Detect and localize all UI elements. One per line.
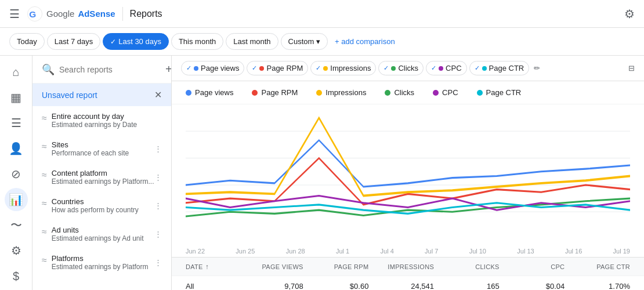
- pagerpm-dot: [259, 66, 264, 71]
- filter-last30[interactable]: ✓ Last 30 days: [103, 33, 169, 50]
- report-type-icon: ≈: [42, 255, 47, 266]
- settings-icon[interactable]: ⚙: [624, 7, 635, 21]
- page-title: Reports: [130, 9, 162, 19]
- nav-reports-icon[interactable]: 📊: [5, 188, 28, 211]
- metric-chip-pagectr[interactable]: ✓ Page CTR: [469, 61, 530, 75]
- filter-last-month[interactable]: Last month: [226, 33, 278, 50]
- list-item[interactable]: ≈ Ad units Estimated earnings by Ad unit…: [32, 220, 171, 248]
- col-clicks: Clicks: [434, 263, 500, 270]
- filter-chart-icon[interactable]: ⊟: [628, 64, 635, 72]
- report-desc: Estimated earnings by Date: [52, 121, 137, 129]
- hamburger-icon[interactable]: ☰: [9, 7, 20, 21]
- cell-clicks-all: 165: [434, 282, 500, 290]
- legend-impressions: Impressions: [316, 88, 366, 97]
- line-chart: [186, 104, 630, 248]
- nav-overview-icon[interactable]: ▦: [5, 86, 28, 109]
- report-type-icon: ≈: [42, 142, 47, 152]
- list-item[interactable]: ≈ Sites Performance of each site ⋮: [32, 135, 171, 163]
- x-label: Jul 16: [565, 248, 582, 255]
- col-pagectr: Page CTR: [565, 263, 630, 270]
- legend-dot-clicks: [385, 90, 390, 96]
- metric-chip-cpc[interactable]: ✓ CPC: [426, 61, 466, 75]
- report-name: Ad units: [52, 226, 144, 234]
- cpc-dot: [439, 66, 443, 71]
- nav-optimize-icon[interactable]: ⚙: [5, 239, 28, 262]
- x-label: Jul 13: [517, 248, 534, 255]
- impressions-dot: [323, 66, 328, 71]
- more-options-icon[interactable]: ⋮: [154, 201, 162, 210]
- legend-dot-pagerpm: [252, 90, 258, 96]
- report-desc: Estimated earnings by Platform: [52, 263, 149, 271]
- nav-block-icon[interactable]: ⊘: [5, 162, 28, 186]
- filter-today[interactable]: Today: [9, 33, 45, 50]
- list-item[interactable]: ≈ Countries How ads perform by country ⋮: [32, 191, 171, 220]
- list-item[interactable]: ≈ Platforms Estimated earnings by Platfo…: [32, 248, 171, 277]
- nav-content-icon[interactable]: ☰: [5, 111, 28, 135]
- left-nav: ⌂ ▦ ☰ 👤 ⊘ 📊 〜 ⚙ $ ☰: [0, 56, 32, 290]
- add-report-button[interactable]: +: [165, 63, 172, 76]
- legend-label: Page CTR: [486, 88, 522, 97]
- more-options-icon[interactable]: ⋮: [154, 258, 162, 267]
- report-name: Content platform: [52, 169, 154, 177]
- x-label: Jul 10: [469, 248, 486, 255]
- legend-pagectr: Page CTR: [477, 88, 522, 97]
- edit-metrics-icon[interactable]: ✏: [534, 64, 540, 72]
- logo: G Google AdSense: [27, 6, 115, 22]
- more-options-icon[interactable]: ⋮: [154, 230, 162, 238]
- list-item[interactable]: ≈ Entire account by day Estimated earnin…: [32, 106, 171, 135]
- cell-pageviews-all: 9,708: [238, 282, 303, 290]
- search-bar: 🔍 +: [32, 56, 171, 84]
- close-icon[interactable]: ✕: [154, 89, 162, 100]
- metric-chip-pageviews[interactable]: ✓ Page views: [181, 61, 244, 75]
- legend-label: Page views: [195, 88, 233, 97]
- legend-pagerpm: Page RPM: [252, 88, 298, 97]
- x-label: Jul 7: [425, 248, 438, 255]
- report-name: Entire account by day: [52, 112, 137, 121]
- cell-pagectr-all: 1.70%: [565, 282, 630, 290]
- metric-label: CPC: [446, 64, 461, 72]
- add-comparison-button[interactable]: + add comparison: [330, 34, 400, 49]
- report-type-icon: ≈: [42, 113, 47, 124]
- filter-custom[interactable]: Custom ▾: [281, 33, 328, 50]
- metric-chip-pagerpm[interactable]: ✓ Page RPM: [247, 61, 308, 75]
- search-input[interactable]: [59, 65, 161, 74]
- report-name: Platforms: [52, 254, 149, 263]
- table-header: DATE ↑ Page views Page RPM Impressions C…: [172, 258, 644, 276]
- divider: [122, 7, 123, 21]
- x-axis: Jun 22 Jun 25 Jun 28 Jul 1 Jul 4 Jul 7 J…: [172, 248, 644, 257]
- table-row: All 9,708 $0.60 24,541 165 $0.04 1.70%: [172, 276, 644, 290]
- nav-payments-icon[interactable]: $: [5, 264, 28, 288]
- nav-audience-icon[interactable]: 👤: [5, 137, 28, 160]
- col-pagerpm: Page RPM: [303, 263, 369, 270]
- legend-dot-cpc: [433, 90, 439, 96]
- metric-label: Page views: [201, 64, 239, 72]
- row-label-all: All: [186, 282, 238, 290]
- sidebar: 🔍 + Unsaved report ✕ ≈ Entire account by…: [32, 56, 172, 290]
- sort-arrow-icon: ↑: [205, 263, 209, 271]
- x-label: Jun 28: [286, 248, 305, 255]
- legend-label: Page RPM: [261, 88, 298, 97]
- report-desc: Estimated earnings by Platform...: [52, 177, 154, 186]
- metric-label: Clicks: [398, 64, 418, 72]
- metric-label: Page CTR: [489, 64, 524, 72]
- filter-last7[interactable]: Last 7 days: [47, 33, 101, 50]
- chart-legend: Page views Page RPM Impressions Clicks C…: [172, 81, 644, 104]
- list-item[interactable]: ≈ Content platform Estimated earnings by…: [32, 163, 171, 191]
- chart-container: [172, 104, 644, 248]
- unsaved-report-label: Unsaved report: [42, 90, 97, 100]
- col-date[interactable]: DATE ↑: [186, 263, 238, 271]
- more-options-icon[interactable]: ⋮: [154, 173, 162, 182]
- filter-this-month[interactable]: This month: [171, 33, 223, 50]
- metric-chip-clicks[interactable]: ✓ Clicks: [378, 61, 424, 75]
- report-name: Countries: [52, 197, 139, 206]
- nav-home-icon[interactable]: ⌂: [5, 60, 28, 84]
- svg-text:G: G: [29, 9, 36, 19]
- metric-chip-impressions[interactable]: ✓ Impressions: [310, 61, 376, 75]
- main-layout: ⌂ ▦ ☰ 👤 ⊘ 📊 〜 ⚙ $ ☰ 🔍 + Unsaved report ✕…: [0, 56, 644, 290]
- content-area: ✓ Page views ✓ Page RPM ✓ Impressions ✓ …: [172, 56, 644, 290]
- unsaved-report-item[interactable]: Unsaved report ✕: [32, 84, 171, 106]
- nav-analytics-icon[interactable]: 〜: [5, 213, 28, 237]
- more-options-icon[interactable]: ⋮: [154, 144, 162, 153]
- metric-label: Impressions: [330, 64, 371, 72]
- metrics-bar: ✓ Page views ✓ Page RPM ✓ Impressions ✓ …: [172, 56, 644, 81]
